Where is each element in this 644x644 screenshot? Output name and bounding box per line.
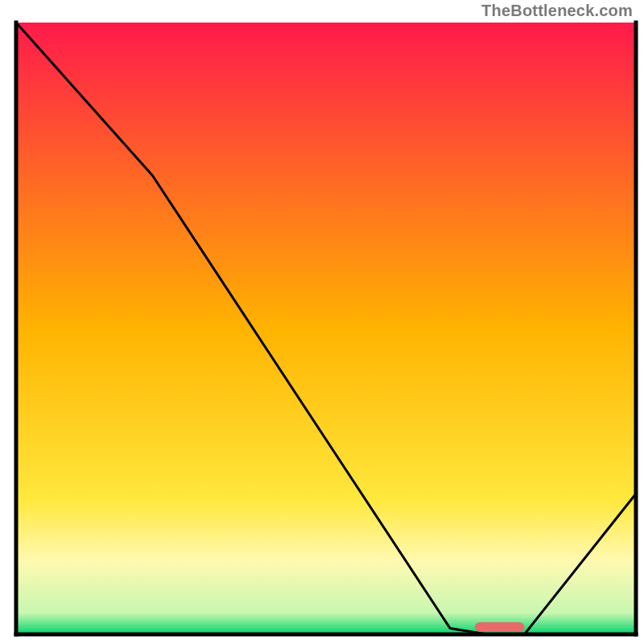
bottleneck-chart — [0, 0, 644, 644]
plot-area — [16, 23, 636, 634]
gradient-background — [16, 23, 636, 634]
optimal-range-marker — [475, 622, 525, 632]
chart-container: TheBottleneck.com — [0, 0, 644, 644]
